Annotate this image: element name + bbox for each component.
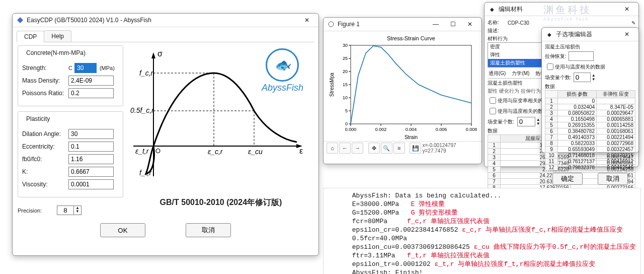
close-icon[interactable]: ✕ <box>298 15 315 26</box>
svg-text:ε_cu: ε_cu <box>248 148 263 156</box>
table-row[interactable]: 50.269153550.00114258 <box>545 122 635 128</box>
home-icon[interactable]: ⌂ <box>327 143 338 154</box>
temperature-label: 使用与温度相关的数据 <box>555 63 605 71</box>
recovery-input[interactable] <box>569 51 594 61</box>
plot-area[interactable]: 0.0000.0020.0040.0060.008051015202530Str… <box>328 34 477 141</box>
desc-label: 描述: <box>488 27 508 34</box>
app-icon <box>17 17 24 24</box>
svg-text:0.000: 0.000 <box>345 127 357 132</box>
figure-titlebar[interactable]: Figure 1 — ☐ ✕ <box>324 18 481 31</box>
ok-button[interactable]: 确定 <box>552 173 583 185</box>
close-icon[interactable]: ✕ <box>461 19 478 30</box>
svg-text:Strain: Strain <box>405 134 418 140</box>
fieldvars-input[interactable] <box>517 117 535 126</box>
ok-button[interactable]: OK <box>100 223 145 237</box>
fb0fc0-input[interactable] <box>68 154 114 164</box>
svg-text:0.002: 0.002 <box>375 127 387 132</box>
diagram-caption: GB/T 50010-2010 (2024年修订版) <box>128 197 313 208</box>
table-row[interactable]: 60.384807820.00168061 <box>545 128 635 134</box>
table-row[interactable]: 110.761271370.00416912 <box>545 159 635 165</box>
dilation-label: Dilation Angle: <box>22 130 68 138</box>
svg-text:O: O <box>155 147 160 155</box>
concrete-group-title: Concrete(N-mm-MPa) <box>24 49 88 56</box>
k-input[interactable] <box>68 167 114 177</box>
table-row[interactable]: 20.0324048.347E-05 <box>545 104 635 110</box>
plasticity-group-title: Plasticity <box>24 115 52 122</box>
svg-text:Stress-Strain Curve: Stress-Strain Curve <box>387 35 435 41</box>
table-row[interactable]: 40.16504980.00065881 <box>545 116 635 122</box>
spinner-arrows-icon[interactable]: ▲▼ <box>592 74 596 82</box>
zoom-icon[interactable]: 🔍 <box>381 143 392 154</box>
figure-title: Figure 1 <box>338 21 427 28</box>
svg-text:σ: σ <box>157 49 163 58</box>
temperature-checkbox[interactable] <box>490 108 496 114</box>
tab-cdp[interactable]: CDP <box>17 31 44 42</box>
precision-spinner[interactable]: ▲▼ <box>57 206 82 215</box>
strain-rate-checkbox[interactable] <box>490 97 496 104</box>
strength-label: Strength: <box>22 64 68 72</box>
table-row[interactable]: 100.714680180.00370315 <box>545 153 635 159</box>
eccentricity-input[interactable] <box>68 142 114 152</box>
mass-density-input[interactable] <box>68 76 114 86</box>
cancel-button[interactable]: 取消 <box>186 223 231 237</box>
svg-text:f_t,r: f_t,r <box>139 169 152 177</box>
fieldvars-input[interactable] <box>574 73 591 82</box>
fb0fc0-label: fb0/fc0: <box>22 156 68 163</box>
svg-text:10: 10 <box>343 95 348 100</box>
precision-input[interactable] <box>57 206 73 215</box>
save-icon[interactable]: 💾 <box>410 143 421 154</box>
svg-text:5: 5 <box>345 108 348 113</box>
easycdp-titlebar[interactable]: EasyCDP (GB/T50010 2024) V1.0 - AbyssFis… <box>13 14 318 27</box>
material-titlebar[interactable]: ◆ 编辑材料 ✕ <box>485 3 638 16</box>
precision-label: Precision: <box>18 208 53 214</box>
svg-text:0.006: 0.006 <box>436 127 447 132</box>
table-row[interactable]: 80.58220330.00272968 <box>545 141 635 147</box>
table-row[interactable]: 10 <box>545 98 635 104</box>
strength-input[interactable] <box>74 63 97 73</box>
table-row[interactable]: 120.798323780.00462546 <box>545 165 635 171</box>
cancel-button[interactable]: 取消 <box>598 173 628 185</box>
name-label: 名称: <box>488 19 508 26</box>
viscosity-label: Viscosity: <box>22 181 68 188</box>
recovery-label: 拉伸恢复: <box>545 53 567 60</box>
table-row[interactable]: 70.491403730.00221494 <box>545 134 635 141</box>
dilation-input[interactable] <box>68 129 114 139</box>
tab-help[interactable]: Help <box>44 30 71 42</box>
poisson-input[interactable] <box>68 88 114 98</box>
dialog-icon: ◆ <box>546 31 553 38</box>
svg-text:f_c,r: f_c,r <box>139 69 154 77</box>
mass-density-label: Mass Density: <box>22 77 68 84</box>
poisson-label: Poissons Ratio: <box>22 90 68 97</box>
svg-text:ε: ε <box>299 147 303 155</box>
svg-text:ε_t,r: ε_t,r <box>135 147 149 155</box>
material-title: 编辑材料 <box>499 5 618 14</box>
table-row[interactable]: 90.655930490.00322457 <box>545 147 635 153</box>
pan-icon[interactable]: ✥ <box>368 143 380 154</box>
suboption-titlebar[interactable]: ◆ 子选项编辑器 ✕ <box>542 28 638 41</box>
viscosity-input[interactable] <box>68 179 114 189</box>
close-icon[interactable]: ✕ <box>618 4 635 15</box>
strength-prefix: C <box>68 65 72 71</box>
name-value: CDP-C30 <box>508 20 529 26</box>
forward-icon[interactable]: → <box>352 143 363 154</box>
svg-text:15: 15 <box>343 82 348 87</box>
edit-icon[interactable]: ✎ <box>631 20 635 26</box>
maximize-icon[interactable]: ☐ <box>444 19 461 30</box>
table-row[interactable]: 30.080508220.00029647 <box>545 110 635 116</box>
svg-text:0.5f_c,r: 0.5f_c,r <box>130 106 154 114</box>
spinner-arrows-icon[interactable]: ▲▼ <box>73 206 81 215</box>
svg-text:20: 20 <box>343 69 348 74</box>
minimize-icon[interactable]: — <box>427 19 444 30</box>
plasticity-group: Plasticity Dilation Angle: Eccentricity:… <box>18 111 123 197</box>
temperature-checkbox[interactable] <box>547 63 553 70</box>
suboption-table[interactable]: 损伤 参数非弹性 应变1020.0324048.347E-0530.080508… <box>545 90 635 171</box>
suboption-title: 子选项编辑器 <box>556 30 618 39</box>
back-icon[interactable]: ← <box>339 143 351 154</box>
spinner-arrows-icon[interactable]: ▲▼ <box>536 118 540 126</box>
svg-rect-19 <box>351 45 471 124</box>
data-label: 数据 <box>545 83 635 90</box>
subplots-icon[interactable]: ≡ <box>393 143 405 154</box>
close-icon[interactable]: ✕ <box>618 29 635 40</box>
svg-text:30: 30 <box>343 43 348 48</box>
figure-window: Figure 1 — ☐ ✕ 0.0000.0020.0040.0060.008… <box>323 17 482 164</box>
